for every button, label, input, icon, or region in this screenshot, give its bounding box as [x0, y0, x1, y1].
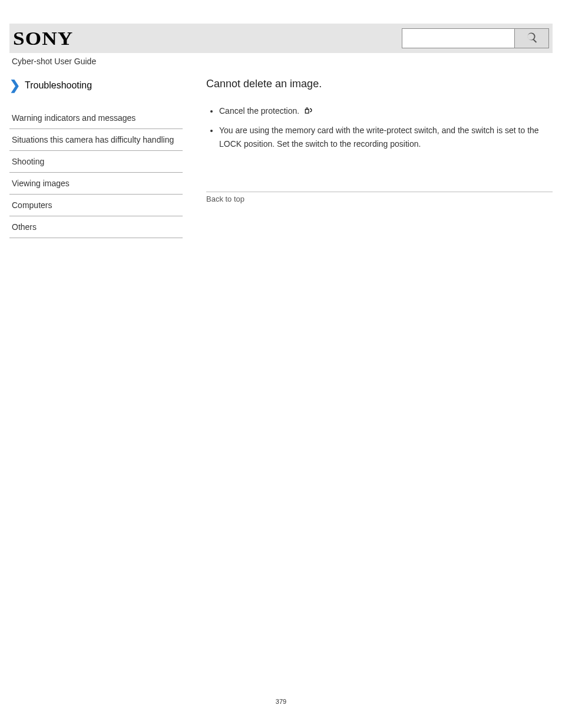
content-divider	[206, 192, 553, 192]
nav-item-computers[interactable]: Computers	[9, 195, 183, 216]
protect-lock-icon	[303, 105, 315, 118]
chevron-right-icon: ❯	[9, 78, 20, 93]
content-list: Cancel the protection. You are using the…	[206, 104, 553, 150]
page-number: 379	[9, 698, 553, 723]
search-input[interactable]	[402, 29, 514, 48]
search-icon	[525, 31, 538, 46]
content-bullet-1: Cancel the protection.	[219, 104, 553, 118]
content-bullet-2: You are using the memory card with the w…	[219, 124, 553, 150]
user-guide-label: Cyber-shot User Guide	[12, 57, 553, 66]
sony-logo: SONY	[13, 28, 73, 50]
nav-item-viewing-images[interactable]: Viewing images	[9, 173, 183, 195]
nav-item-shooting[interactable]: Shooting	[9, 151, 183, 173]
nav-list: Warning indicators and messages Situatio…	[9, 107, 183, 238]
search-container	[402, 28, 549, 48]
svg-rect-0	[305, 110, 309, 113]
search-button[interactable]	[514, 29, 548, 48]
nav-item-others[interactable]: Others	[9, 216, 183, 238]
header-bar: SONY	[9, 24, 553, 53]
troubleshooting-heading: ❯ Troubleshooting	[9, 78, 183, 93]
bullet-2-text: You are using the memory card with the w…	[219, 126, 539, 148]
nav-item-situations-difficulty[interactable]: Situations this camera has difficulty ha…	[9, 129, 183, 151]
nav-item-warning-indicators[interactable]: Warning indicators and messages	[9, 107, 183, 129]
sidebar: ❯ Troubleshooting Warning indicators and…	[9, 78, 183, 238]
bullet-1-text-pre: Cancel the protection.	[219, 106, 302, 116]
back-to-top-link[interactable]: Back to top	[206, 195, 553, 203]
main-content: Cannot delete an image. Cancel the prote…	[183, 78, 553, 203]
troubleshooting-title: Troubleshooting	[25, 80, 92, 91]
section-title: Cannot delete an image.	[206, 78, 553, 90]
